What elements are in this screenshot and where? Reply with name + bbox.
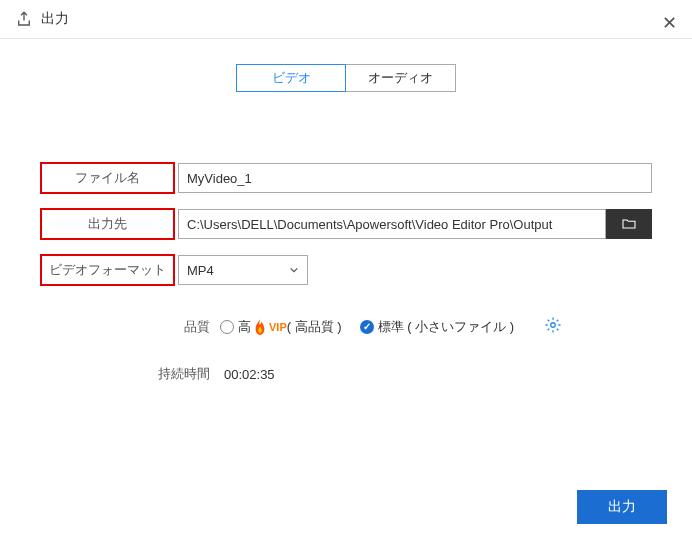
quality-standard-radio[interactable]: 標準 ( 小さいファイル ) — [360, 318, 515, 336]
quality-high-radio[interactable]: 高 VIP ( 高品質 ) — [220, 318, 342, 336]
format-select[interactable]: MP4 — [178, 255, 308, 285]
duration-label: 持続時間 — [140, 365, 210, 383]
svg-point-0 — [551, 323, 556, 328]
format-label: ビデオフォーマット — [40, 254, 175, 286]
format-row: ビデオフォーマット MP4 — [40, 254, 652, 286]
quality-row: 品質 高 VIP ( 高品質 ) 標準 ( 小さいファイル ) — [40, 316, 652, 337]
vip-badge: VIP — [269, 321, 287, 333]
chevron-down-icon — [289, 265, 299, 275]
quality-label: 品質 — [140, 318, 210, 336]
tab-video[interactable]: ビデオ — [236, 64, 346, 92]
export-form: ファイル名 出力先 ビデオフォーマット MP4 品質 高 — [0, 162, 692, 383]
quality-standard-text: 標準 ( 小さいファイル ) — [378, 318, 515, 336]
export-icon — [15, 10, 33, 28]
export-button[interactable]: 出力 — [577, 490, 667, 524]
dialog-footer: 出力 — [577, 490, 667, 524]
tab-audio[interactable]: オーディオ — [346, 64, 456, 92]
browse-button[interactable] — [606, 209, 652, 239]
settings-button[interactable] — [544, 316, 562, 337]
filename-input[interactable] — [178, 163, 652, 193]
flame-icon — [253, 318, 267, 336]
folder-icon — [619, 216, 639, 232]
output-path-input[interactable] — [178, 209, 606, 239]
duration-value: 00:02:35 — [224, 367, 275, 382]
format-value: MP4 — [187, 263, 214, 278]
filename-row: ファイル名 — [40, 162, 652, 194]
quality-high-suffix: ( 高品質 ) — [287, 318, 342, 336]
dialog-header: 出力 ✕ — [0, 0, 692, 39]
filename-label: ファイル名 — [40, 162, 175, 194]
output-label: 出力先 — [40, 208, 175, 240]
output-row: 出力先 — [40, 208, 652, 240]
dialog-title: 出力 — [41, 10, 69, 28]
radio-unchecked-icon — [220, 320, 234, 334]
close-button[interactable]: ✕ — [662, 12, 677, 34]
duration-row: 持続時間 00:02:35 — [40, 365, 652, 383]
quality-high-text: 高 — [238, 318, 251, 336]
tab-bar: ビデオ オーディオ — [0, 64, 692, 92]
radio-checked-icon — [360, 320, 374, 334]
